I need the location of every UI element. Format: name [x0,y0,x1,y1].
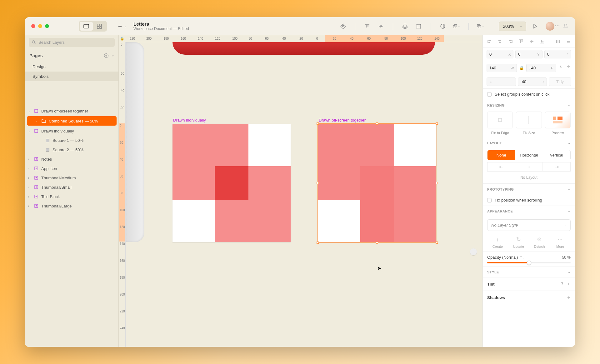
layer-thumb-large[interactable]: › Thumbnail/Large [25,201,118,211]
style-detach-icon[interactable]: ⎋ [529,236,550,243]
prototyping-header[interactable]: PROTOTYPING＋ [483,184,575,195]
layer-thumb-small[interactable]: › Thumbnail/Small [25,182,118,192]
align-middle-icon[interactable] [377,22,385,30]
scale-icon[interactable]: ⌄ [453,22,460,30]
selection-handle[interactable] [317,122,319,125]
layout-header[interactable]: LAYOUT⌄ [483,138,575,148]
shadows-row[interactable]: Shadows ＋ [483,291,575,304]
add-icon[interactable]: ＋ [567,295,571,300]
layer-square2[interactable]: Square 2 — 50% [25,145,118,154]
layout-align-start[interactable]: ⇤ [487,162,515,172]
layer-artboard-offscreen[interactable]: ⌄ Drawn off-screen together [25,106,118,116]
distribute-v-icon[interactable] [566,38,571,44]
resizing-header[interactable]: RESIZING⌄ [483,100,575,110]
selection-handle[interactable] [376,242,378,244]
layer-textblock[interactable]: › Text Block [25,192,118,201]
chevron-right-icon[interactable]: › [28,195,31,198]
search-layers-input[interactable]: Search Layers [29,38,115,47]
align-top-icon[interactable] [518,38,524,44]
layer-appicon[interactable]: › App icon [25,164,118,173]
style-update-icon[interactable]: ↻ [508,236,529,243]
appearance-header[interactable]: APPEARANCE⌄ [483,206,575,216]
notifications-icon[interactable] [562,22,569,30]
add-icon[interactable]: ＋ [567,187,571,192]
chevron-down-icon[interactable]: ⌄ [568,141,571,145]
zoom-dropdown[interactable]: 203% ⌄ [499,22,526,31]
vgap-field[interactable]: -40↕ [518,77,547,86]
collapse-pages-icon[interactable]: ⌄ [111,53,114,58]
mask-icon[interactable] [439,22,447,30]
height-field[interactable]: 140H [526,64,557,72]
slider-knob[interactable] [527,261,531,265]
chevron-down-icon[interactable]: ⌄ [28,129,31,133]
horizontal-ruler[interactable]: 🔒 -220 -200 -180 -160 -140 -120 -100 -80… [119,35,482,42]
add-icon[interactable]: ＋ [567,281,571,287]
transform-icon[interactable] [415,22,422,30]
y-field[interactable]: 0Y [515,50,542,58]
selection-handle[interactable] [436,182,438,184]
chevron-right-icon[interactable]: › [28,186,31,189]
lock-aspect-icon[interactable]: 🔒 [519,65,524,71]
components-view-button[interactable] [93,22,106,31]
page-item-symbols[interactable]: Symbols [25,72,118,81]
blend-dropdown-icon[interactable]: ⌃⌄ [520,256,525,259]
tidy-button[interactable]: Tidy [549,77,571,86]
pin-to-edge[interactable] [487,112,513,128]
layout-none[interactable]: None [488,150,515,160]
align-bottom-icon[interactable] [539,38,545,44]
tint-row[interactable]: Tint ?＋ [483,277,575,291]
chevron-right-icon[interactable]: › [28,167,31,170]
fix-position-row[interactable]: Fix position when scrolling [483,195,575,206]
opacity-label-row[interactable]: Opacity (Normal) ⌃⌄ [487,255,571,260]
insert-button[interactable]: ＋ ⌄ [117,22,127,30]
artboard-label-2[interactable]: Drawn off-screen together [319,118,366,122]
artboard-label-1[interactable]: Drawn individually [173,118,206,122]
chevron-down-icon[interactable]: ⌄ [568,209,571,213]
rotation-field[interactable]: 0° [544,50,571,58]
layout-align-end[interactable]: ⇥ [543,162,571,172]
style-more-icon[interactable]: ··· [550,236,571,243]
distribute-h-icon[interactable] [555,38,561,44]
zoom-window[interactable] [45,24,49,28]
vertical-ruler[interactable]: -8 -60 -40 -20 0 20 40 60 80 100 120 140… [119,42,126,347]
selection-handle[interactable] [436,122,438,125]
preview-play-icon[interactable] [531,22,539,30]
page-item-design[interactable]: Design [25,62,118,72]
add-page-icon[interactable] [104,53,109,58]
checkbox[interactable] [487,198,492,202]
close-window[interactable] [31,24,35,28]
selection-handle[interactable] [436,242,438,244]
layout-horizontal[interactable]: Horizontal [515,150,542,160]
chevron-right-icon[interactable]: › [36,119,39,123]
hgap-field[interactable]: ↔ [487,77,516,86]
layer-style-select[interactable]: No Layer Style⌄ [487,219,571,231]
width-field[interactable]: 140W [487,64,517,72]
flip-h-icon[interactable] [558,64,564,69]
resize-preview[interactable] [545,112,571,128]
symbol-tool-icon[interactable] [339,22,347,30]
style-section-header[interactable]: STYLE⌄ [483,267,575,277]
chevron-down-icon[interactable]: ⌄ [568,103,571,107]
selection-handle[interactable] [376,122,378,125]
layer-combined-squares[interactable]: › Combined Squares — 50% [27,116,117,126]
help-icon[interactable]: ? [561,281,563,287]
chevron-right-icon[interactable]: › [28,204,31,208]
layer-square1[interactable]: Square 1 — 50% [25,136,118,145]
flip-v-icon[interactable] [566,64,571,69]
ruler-lock-icon[interactable]: 🔒 [120,37,124,41]
fix-size[interactable] [516,112,542,128]
layer-artboard-individual[interactable]: ⌄ Drawn individually [25,126,118,136]
selection-handle[interactable] [317,182,319,184]
x-field[interactable]: 0X [487,50,513,58]
select-group-content-row[interactable]: Select group's content on click [483,89,575,100]
chevron-right-icon[interactable]: › [28,157,31,161]
layer-notes[interactable]: › Notes [25,154,118,164]
align-right-icon[interactable] [508,38,513,44]
chevron-down-icon[interactable]: ⌄ [28,109,31,113]
align-vcenter-icon[interactable] [529,38,534,44]
layout-vertical[interactable]: Vertical [543,150,570,160]
group-icon[interactable] [401,22,409,30]
layer-thumb-medium[interactable]: › Thumbnail/Medium [25,173,118,182]
selection-handle[interactable] [317,242,319,244]
red-bar-shape[interactable] [172,42,435,55]
